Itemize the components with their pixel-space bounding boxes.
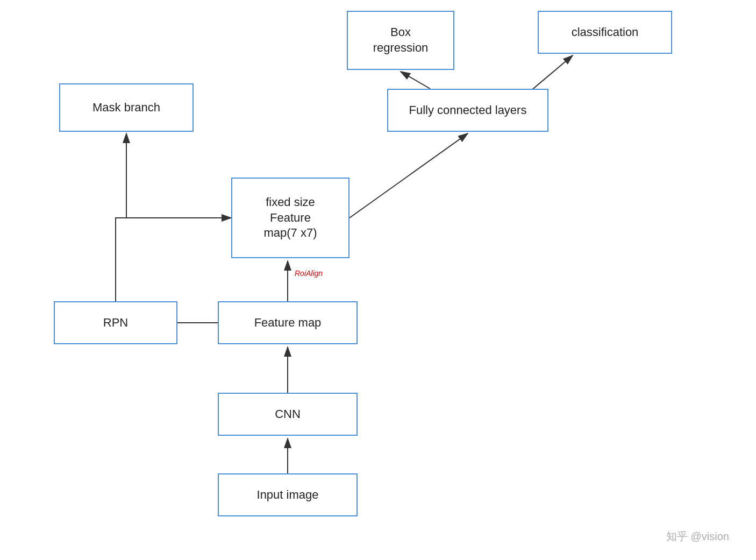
fully-connected-box: Fully connected layers	[387, 89, 548, 132]
mask-branch-box: Mask branch	[59, 83, 194, 132]
roialign-label: RoiAlign	[295, 269, 323, 278]
watermark: 知乎 @vision	[666, 529, 729, 544]
fixed-size-box: fixed sizeFeaturemap(7 x7)	[231, 178, 350, 258]
input-image-box: Input image	[218, 473, 358, 516]
cnn-box: CNN	[218, 393, 358, 436]
classification-box: classification	[538, 11, 672, 54]
rpn-box: RPN	[54, 301, 177, 344]
svg-line-4	[350, 133, 468, 218]
box-regression-box: Boxregression	[347, 11, 454, 70]
feature-map-box: Feature map	[218, 301, 358, 344]
diagram-container: RoiAlign Input image CNN Feature map RPN…	[0, 0, 756, 560]
svg-line-5	[401, 72, 430, 89]
